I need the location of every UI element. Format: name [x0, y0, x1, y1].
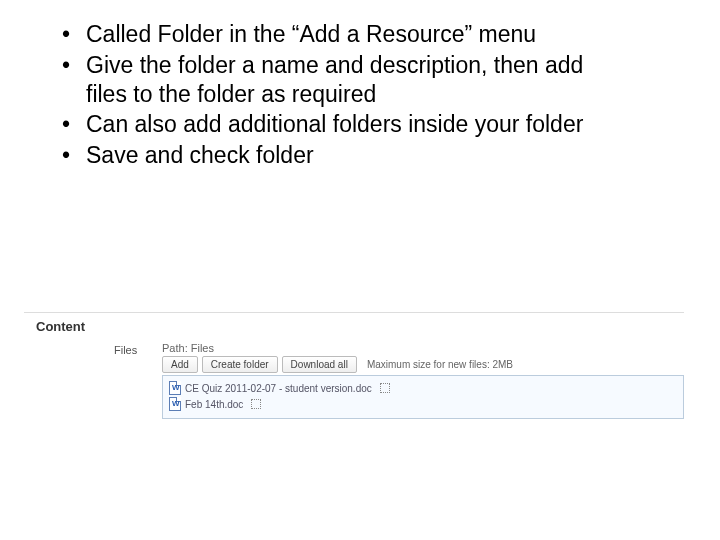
files-label: Files	[114, 342, 162, 356]
bullet-text: Save and check folder	[86, 142, 314, 168]
add-button[interactable]: Add	[162, 356, 198, 373]
file-menu-icon[interactable]	[251, 399, 261, 409]
bullet-list: Called Folder in the “Add a Resource” me…	[62, 20, 602, 172]
word-doc-icon	[169, 397, 181, 411]
bullet-text: Can also add additional folders inside y…	[86, 111, 583, 137]
files-row: Files Path: Files Add Create folder Down…	[114, 342, 684, 419]
bullet-item: Give the folder a name and description, …	[62, 51, 602, 109]
file-item[interactable]: CE Quiz 2011-02-07 - student version.doc	[169, 380, 677, 396]
bullet-item: Save and check folder	[62, 141, 602, 170]
file-list: CE Quiz 2011-02-07 - student version.doc…	[162, 375, 684, 419]
create-folder-button[interactable]: Create folder	[202, 356, 278, 373]
download-all-button[interactable]: Download all	[282, 356, 357, 373]
file-name: CE Quiz 2011-02-07 - student version.doc	[185, 383, 372, 394]
toolbar: Add Create folder Download all Maximum s…	[162, 356, 684, 373]
bullet-text: Give the folder a name and description, …	[86, 52, 583, 107]
bullet-item: Called Folder in the “Add a Resource” me…	[62, 20, 602, 49]
max-size-hint: Maximum size for new files: 2MB	[367, 359, 513, 370]
file-item[interactable]: Feb 14th.doc	[169, 396, 677, 412]
moodle-screenshot: Content Files Path: Files Add Create fol…	[24, 312, 684, 419]
bullet-item: Can also add additional folders inside y…	[62, 110, 602, 139]
bullet-text: Called Folder in the “Add a Resource” me…	[86, 21, 536, 47]
divider	[24, 312, 684, 313]
section-title: Content	[36, 319, 684, 334]
path-text: Path: Files	[162, 342, 684, 354]
file-menu-icon[interactable]	[380, 383, 390, 393]
file-name: Feb 14th.doc	[185, 399, 243, 410]
word-doc-icon	[169, 381, 181, 395]
